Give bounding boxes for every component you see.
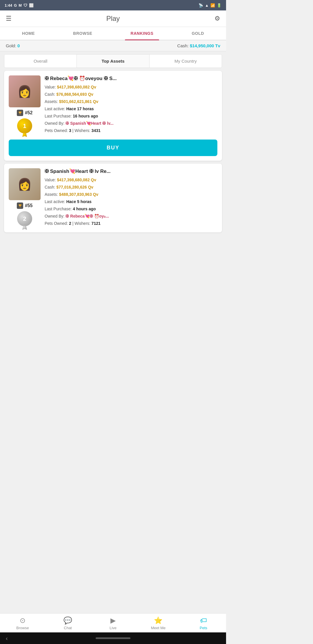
google-icon: G [14,3,17,8]
stat-cash-val-1: $76,868,564,693 Qv [56,92,93,97]
tab-gold[interactable]: GOLD [186,27,210,40]
card-content-2: 👩 🏆 #55 2 ✠ Spanish💘Heart ✠ lv Re... Val… [4,164,222,232]
avatar-img-1: 👩 [9,75,41,107]
stat-assets-val-1: $501,662,621,861 Qv [59,99,98,104]
pets-val-2: 2 [69,221,71,226]
stats-bar: Gold: 0 Cash: $14,950,000 Tv [0,40,226,51]
rank-icon-1: 🏆 [17,110,23,116]
last-active-val-1: Hace 17 horas [66,106,94,111]
stat-value-val-2: $417,398,680,082 Qv [57,178,96,182]
screenshot-icon: ⬜ [29,3,34,8]
tab-browse[interactable]: BROWSE [67,27,98,40]
stat-value-2: Value: $417,398,680,082 Qv [45,177,217,183]
pets-val-1: 3 [69,128,71,133]
sub-tab-top-assets[interactable]: Top Assets [77,55,149,68]
signal-icon: 📶 [210,3,215,8]
card-right-2: ✠ Spanish💘Heart ✠ lv Re... Value: $417,3… [45,168,217,228]
stat-last-purchase-2: Last Purchase: 4 hours ago [45,206,217,212]
wishers-val-2: 7121 [92,221,101,226]
cash-stat: Cash: $14,950,000 Tv [177,43,220,48]
cast-icon: 📡 [199,3,203,8]
hamburger-menu-icon[interactable]: ☰ [6,15,12,22]
rank-badge-2: 🏆 #55 [17,202,33,209]
medal-number-2: 2 [23,216,26,222]
sub-tabs: Overall Top Assets My Country [4,54,222,68]
shield-icon: 🛡 [23,3,27,8]
status-bar: 1:44 G M 🛡 ⬜ 📡 ▲ 📶 🔋 [0,0,226,10]
stat-pets-2: Pets Owned: 2 | Wishers: 7121 [45,220,217,227]
avatar-img-2: 👩 [9,168,41,200]
card-right-1: ✠ Rebeca💘✠ ⏰oveyou ✠ S... Value: $417,39… [45,75,217,135]
rank-num-2: #55 [25,203,33,208]
stat-cash-val-2: $77,016,280,626 Qv [56,185,93,189]
cash-label: Cash: [177,43,189,48]
rank-num-1: #52 [25,110,33,115]
stat-pets-1: Pets Owned: 3 | Wishers: 3431 [45,128,217,134]
stat-assets-2: Assets: $488,307,830,963 Qv [45,191,217,198]
stat-owned-by-1: Owned By: ✠ Spanish💘Heart ✠ lv... [45,120,217,126]
stat-last-active-1: Last active: Hace 17 horas [45,106,217,112]
stat-value-val-1: $417,398,680,082 Qv [57,85,96,89]
top-bar: ☰ Play ⚙ [0,10,226,27]
user-name-1[interactable]: ✠ Rebeca💘✠ ⏰oveyou ✠ S... [45,75,217,82]
stat-owned-by-2: Owned By: ✠ Rebeca💘✠ ⏰oy₀... [45,213,217,219]
last-purchase-val-1: 16 hours ago [73,114,98,118]
buy-button-1[interactable]: BUY [9,140,217,156]
medal-number-1: 1 [23,123,26,129]
gold-label: Gold: [6,43,16,48]
owned-by-val-1[interactable]: ✠ Spanish💘Heart ✠ lv... [65,121,113,126]
card-content-1: 👩 🏆 #52 1 ✠ Rebeca💘✠ ⏰oveyou ✠ S... Valu… [4,71,222,140]
medal-gold-1: 1 [17,118,32,133]
status-left: 1:44 G M 🛡 ⬜ [5,3,34,8]
tab-rankings[interactable]: RANKINGS [125,27,159,40]
gold-value: 0 [17,43,20,48]
battery-icon: 🔋 [217,3,221,8]
card-left-1: 👩 🏆 #52 1 [9,75,41,135]
stat-cash-2: Cash: $77,016,280,626 Qv [45,184,217,190]
card-left-2: 👩 🏆 #55 2 [9,168,41,228]
status-time: 1:44 [5,3,12,8]
stat-value-1: Value: $417,398,680,082 Qv [45,84,217,90]
filter-icon[interactable]: ⚙ [214,15,220,22]
rank-icon-2: 🏆 [17,202,23,209]
status-right: 📡 ▲ 📶 🔋 [199,3,221,8]
stat-cash-1: Cash: $76,868,564,693 Qv [45,91,217,97]
main-nav-tabs: HOME BROWSE RANKINGS GOLD [0,27,226,40]
sub-tab-overall[interactable]: Overall [4,55,77,68]
cash-value: $14,950,000 Tv [190,43,220,48]
avatar-2[interactable]: 👩 [9,168,41,200]
gold-stat: Gold: 0 [6,43,20,48]
rank-badge-1: 🏆 #52 [17,110,33,116]
player-card-1: 👩 🏆 #52 1 ✠ Rebeca💘✠ ⏰oveyou ✠ S... Valu… [4,71,222,161]
wifi-icon: ▲ [205,3,209,8]
buy-btn-wrap-1: BUY [4,140,222,161]
stat-last-purchase-1: Last Purchase: 16 hours ago [45,113,217,119]
stat-assets-val-2: $488,307,830,963 Qv [59,192,98,197]
stat-last-active-2: Last active: Hace 5 horas [45,199,217,205]
avatar-1[interactable]: 👩 [9,75,41,107]
player-card-2: 👩 🏆 #55 2 ✠ Spanish💘Heart ✠ lv Re... Val… [4,164,222,232]
mail-icon: M [19,3,22,8]
last-active-val-2: Hace 5 horas [66,199,92,204]
stat-assets-1: Assets: $501,662,621,861 Qv [45,99,217,105]
sub-tab-my-country[interactable]: My Country [150,55,222,68]
medal-silver-2: 2 [17,211,32,226]
last-purchase-val-2: 4 hours ago [73,207,96,211]
user-name-2[interactable]: ✠ Spanish💘Heart ✠ lv Re... [45,168,217,175]
tab-home[interactable]: HOME [16,27,41,40]
app-title: Play [106,15,120,23]
owned-by-val-2[interactable]: ✠ Rebeca💘✠ ⏰oy₀... [65,214,109,218]
wishers-val-1: 3431 [92,128,101,133]
